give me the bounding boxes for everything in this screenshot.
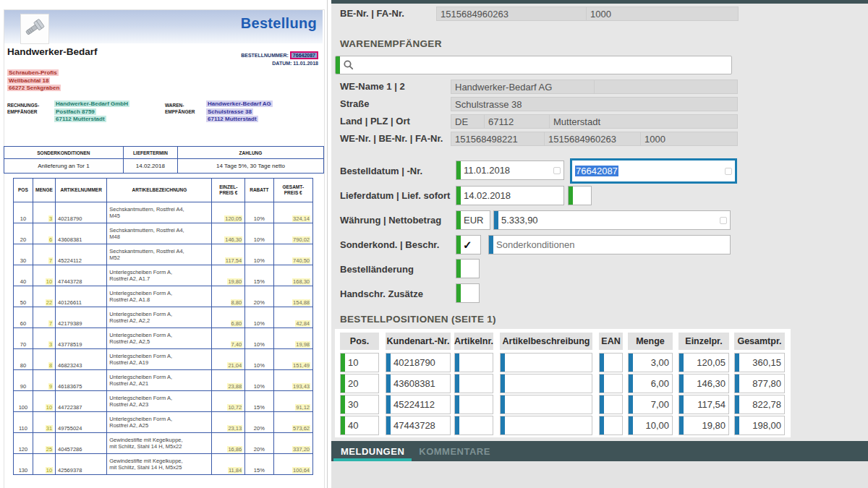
extraction-highlight[interactable]: 8 xyxy=(48,362,53,369)
gesamtpr-field[interactable]: 360,15 xyxy=(734,353,785,372)
einzelpr-value[interactable]: 19,80 xyxy=(684,420,728,431)
nettobetrag-value[interactable]: 5.333,90 xyxy=(498,215,720,226)
field-clear-icon[interactable] xyxy=(725,168,732,175)
extraction-highlight[interactable]: 151,49 xyxy=(292,362,310,369)
ean-field[interactable] xyxy=(599,416,623,435)
pos-value[interactable]: 20 xyxy=(345,378,378,389)
extraction-highlight[interactable]: 6 xyxy=(48,236,53,243)
menge-value[interactable]: 10,00 xyxy=(633,420,672,431)
extraction-highlight[interactable]: 11,84 xyxy=(228,467,242,474)
sonderkond-checkbox[interactable]: ✓ xyxy=(456,235,481,254)
extraction-highlight[interactable]: 10 xyxy=(46,404,53,411)
invoice-recipient-line[interactable]: Handwerker-Bedarf GmbH xyxy=(54,100,129,107)
einzelpr-value[interactable]: 117,54 xyxy=(684,399,728,410)
menge-field[interactable]: 6,00 xyxy=(628,374,673,393)
extraction-highlight[interactable]: 740,50 xyxy=(292,257,310,264)
extraction-highlight[interactable]: 23,88 xyxy=(227,383,242,390)
extraction-highlight[interactable]: 193,43 xyxy=(292,383,310,390)
extraction-highlight[interactable]: 23,13 xyxy=(227,425,242,432)
order-number-highlight[interactable]: 76642087 xyxy=(290,51,318,59)
warenempfaenger-search-input[interactable] xyxy=(335,56,732,74)
extraction-highlight[interactable]: 8,80 xyxy=(231,299,243,306)
pos-field[interactable]: 40 xyxy=(340,416,379,435)
kundenart_nr-value[interactable]: 45224112 xyxy=(391,399,450,410)
handschr-checkbox[interactable] xyxy=(456,283,480,303)
extraction-highlight[interactable]: 168,30 xyxy=(292,278,310,285)
tab-meldungen[interactable]: MELDUNGEN xyxy=(333,441,412,461)
pos-value[interactable]: 10 xyxy=(345,357,378,368)
einzelpr-field[interactable]: 117,54 xyxy=(678,395,729,414)
checkbox-mark[interactable]: ✓ xyxy=(461,239,472,250)
gesamtpr-value[interactable]: 360,15 xyxy=(739,357,784,368)
einzelpr-field[interactable]: 146,30 xyxy=(678,374,729,393)
artikelnr-field[interactable] xyxy=(454,395,493,414)
waehrung-input[interactable]: EUR xyxy=(456,210,490,230)
extraction-highlight[interactable]: 19,80 xyxy=(227,278,242,285)
einzelpr-field[interactable]: 19,80 xyxy=(678,416,729,435)
beschreibung-input[interactable]: Sonderkonditionen xyxy=(488,235,731,254)
kundenart_nr-field[interactable]: 45224112 xyxy=(386,395,451,414)
nettobetrag-input[interactable]: 5.333,90 xyxy=(493,210,731,230)
kundenart_nr-field[interactable]: 40218790 xyxy=(386,353,451,372)
extraction-highlight[interactable]: 324,14 xyxy=(292,215,310,222)
bestelldatum-input[interactable]: 11.01.2018 xyxy=(456,160,564,180)
artikelbeschreibung-field[interactable] xyxy=(500,374,592,393)
artikelnr-field[interactable] xyxy=(454,374,493,393)
ean-field[interactable] xyxy=(599,395,623,414)
einzelpr-value[interactable]: 146,30 xyxy=(684,378,728,389)
extraction-highlight[interactable]: 10,72 xyxy=(227,404,242,411)
extraction-highlight[interactable]: 22 xyxy=(46,299,53,306)
menge-value[interactable]: 7,00 xyxy=(633,399,672,410)
extraction-highlight[interactable]: 117,54 xyxy=(225,257,242,264)
extraction-highlight[interactable]: 7,40 xyxy=(231,341,243,348)
artikelnr-field[interactable] xyxy=(454,353,493,372)
goods-recipient-line[interactable]: Handwerker-Bedarf AG xyxy=(206,100,273,107)
sender-line[interactable]: Schrauben-Profis xyxy=(7,69,59,76)
extraction-highlight[interactable]: 19,98 xyxy=(295,341,310,348)
pos-field[interactable]: 10 xyxy=(340,353,379,372)
invoice-recipient-line[interactable]: 67112 Mutterstadt xyxy=(54,116,106,122)
extraction-highlight[interactable]: 10 xyxy=(46,278,53,285)
kundenart_nr-field[interactable]: 43608381 xyxy=(386,374,451,393)
gesamtpr-field[interactable]: 198,00 xyxy=(734,416,785,435)
invoice-recipient-block[interactable]: Handwerker-Bedarf GmbH Postfach 8759 671… xyxy=(54,100,129,124)
artikelnr-field[interactable] xyxy=(454,416,493,435)
bestellnummer-value[interactable]: 76642087 xyxy=(572,166,725,176)
extraction-highlight[interactable]: 10 xyxy=(46,467,53,474)
gesamtpr-field[interactable]: 822,78 xyxy=(734,395,785,414)
pos-value[interactable]: 30 xyxy=(345,399,378,410)
lieferdatum-input[interactable]: 14.02.2018 xyxy=(456,186,564,205)
extraction-highlight[interactable]: 3 xyxy=(48,215,53,222)
extraction-highlight[interactable]: 16,86 xyxy=(227,446,242,453)
gesamtpr-value[interactable]: 198,00 xyxy=(739,420,784,431)
goods-recipient-line[interactable]: Schulstrasse 38 xyxy=(206,108,253,115)
gesamtpr-value[interactable]: 877,80 xyxy=(739,378,784,389)
beschreibung-value[interactable]: Sonderkonditionen xyxy=(493,239,730,250)
extraction-highlight[interactable]: 25 xyxy=(46,446,53,453)
kundenart_nr-value[interactable]: 47443728 xyxy=(391,420,450,431)
extraction-highlight[interactable]: 337,20 xyxy=(292,446,310,453)
extraction-highlight[interactable]: 7 xyxy=(48,320,53,327)
field-clear-icon[interactable] xyxy=(553,167,561,174)
bestellaenderung-checkbox[interactable] xyxy=(456,259,480,278)
pos-field[interactable]: 20 xyxy=(340,374,379,393)
sender-address-block[interactable]: Schrauben-Profis Wellbachtal 18 66272 Se… xyxy=(7,69,61,93)
pos-field[interactable]: 30 xyxy=(340,395,379,414)
artikelbeschreibung-field[interactable] xyxy=(500,416,592,435)
goods-recipient-block[interactable]: Handwerker-Bedarf AG Schulstrasse 38 671… xyxy=(206,100,273,124)
lieferdatum-value[interactable]: 14.02.2018 xyxy=(461,190,563,201)
extraction-highlight[interactable]: 7 xyxy=(48,257,53,264)
goods-recipient-line[interactable]: 67112 Mutterstadt xyxy=(206,116,258,122)
einzelpr-value[interactable]: 120,05 xyxy=(684,357,728,368)
extraction-highlight[interactable]: 9 xyxy=(48,383,53,390)
menge-field[interactable]: 3,00 xyxy=(628,353,673,372)
lief-sofort-checkbox[interactable] xyxy=(568,186,592,205)
menge-value[interactable]: 6,00 xyxy=(633,378,672,389)
sender-line[interactable]: 66272 Senkgraben xyxy=(7,85,61,91)
bestelldatum-value[interactable]: 11.01.2018 xyxy=(461,165,553,176)
gesamtpr-field[interactable]: 877,80 xyxy=(734,374,785,393)
menge-value[interactable]: 3,00 xyxy=(633,357,672,368)
extraction-highlight[interactable]: 100,64 xyxy=(292,467,310,474)
kundenart_nr-value[interactable]: 43608381 xyxy=(391,378,450,389)
extraction-highlight[interactable]: 21,04 xyxy=(227,362,242,369)
